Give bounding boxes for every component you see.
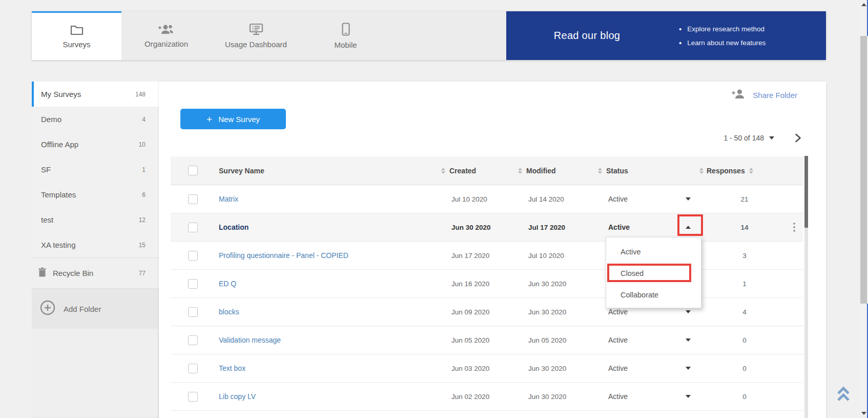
- sidebar-item-recycle-bin[interactable]: Recycle Bin 77: [32, 258, 159, 288]
- status-dropdown-button[interactable]: [673, 310, 704, 313]
- add-people-icon: [158, 24, 175, 35]
- column-header-responses[interactable]: Responses: [673, 167, 786, 175]
- bullet-icon: •: [679, 22, 681, 36]
- sidebar-item-my-surveys[interactable]: My Surveys 148: [32, 82, 159, 107]
- folder-count: 15: [139, 242, 146, 249]
- banner-title[interactable]: Read our blog: [506, 30, 668, 42]
- select-all-checkbox[interactable]: [188, 166, 198, 175]
- scroll-to-top-button[interactable]: [836, 386, 851, 404]
- created-cell: Jun 02 2020: [451, 393, 528, 401]
- row-checkbox[interactable]: [188, 279, 198, 289]
- sort-icon[interactable]: [749, 168, 753, 174]
- sidebar-item-templates[interactable]: Templates 6: [32, 182, 159, 207]
- banner-bullet-item: • Learn about new features: [679, 36, 766, 50]
- status-dropdown-button[interactable]: [673, 367, 704, 370]
- row-checkbox[interactable]: [188, 364, 198, 373]
- status-dropdown-button[interactable]: [673, 395, 704, 398]
- new-survey-button[interactable]: + New Survey: [180, 109, 286, 129]
- folder-label: Demo: [41, 115, 61, 124]
- folder-label: SF: [41, 165, 51, 174]
- tab-label: Mobile: [334, 41, 357, 49]
- row-checkbox[interactable]: [188, 392, 198, 402]
- row-checkbox[interactable]: [188, 194, 198, 204]
- folder-icon: [70, 24, 84, 35]
- survey-name-link[interactable]: Lib copy LV: [201, 392, 451, 401]
- status-dropdown-button[interactable]: [673, 339, 704, 342]
- survey-name-link[interactable]: ED Q: [201, 280, 451, 288]
- sort-icon[interactable]: [699, 168, 704, 174]
- modified-cell: Jun 30 2020: [528, 365, 608, 372]
- tab-organization[interactable]: Organization: [121, 11, 211, 60]
- banner-bullet-text: Explore research method: [687, 22, 764, 36]
- sort-icon[interactable]: [518, 168, 522, 174]
- status-cell: Active: [608, 336, 673, 344]
- survey-name-link[interactable]: Text box: [201, 364, 451, 372]
- menu-item-closed[interactable]: Closed: [606, 263, 701, 284]
- sort-icon[interactable]: [598, 168, 602, 174]
- row-menu-button[interactable]: [786, 223, 803, 232]
- survey-name-link[interactable]: Validation message: [201, 336, 451, 344]
- status-dropdown-button[interactable]: [673, 197, 704, 201]
- survey-name-link[interactable]: Location: [201, 223, 451, 231]
- folder-count: 1: [142, 166, 146, 173]
- survey-name-link[interactable]: Profiling questionnaire - Panel - COPIED: [201, 251, 451, 260]
- modified-cell: Jul 10 2020: [528, 252, 608, 260]
- main-tabs: Surveys Organization: [32, 11, 390, 60]
- status-dropdown-menu: Active Closed Collaborate: [606, 237, 701, 308]
- folder-count: 4: [142, 116, 146, 123]
- chevron-down-icon: [686, 395, 691, 398]
- sidebar-item-sf[interactable]: SF 1: [32, 157, 159, 182]
- row-checkbox[interactable]: [188, 307, 198, 317]
- tab-label: Surveys: [63, 40, 90, 49]
- survey-name-link[interactable]: Matrix: [201, 195, 451, 203]
- survey-name-link[interactable]: blocks: [201, 308, 451, 316]
- sidebar-item-demo[interactable]: Demo 4: [32, 107, 159, 132]
- row-checkbox[interactable]: [188, 251, 198, 261]
- table-row: Lib copy LV Jun 02 2020 Jun 30 2020 Acti…: [171, 383, 803, 411]
- responses-cell: 14: [704, 224, 786, 231]
- created-cell: Jun 30 2020: [451, 224, 528, 231]
- folder-count: 10: [139, 141, 146, 148]
- share-folder-button[interactable]: Share Folder: [732, 89, 797, 101]
- folder-label: Templates: [41, 190, 76, 199]
- column-header-created[interactable]: Created: [451, 167, 528, 175]
- tab-surveys[interactable]: Surveys: [32, 11, 121, 60]
- folder-label: test: [41, 215, 53, 224]
- chevron-down-icon: [686, 197, 691, 201]
- status-cell: Active: [608, 308, 673, 316]
- created-cell: Jun 16 2020: [451, 280, 528, 288]
- chevron-down-icon: [686, 310, 691, 313]
- status-dropdown-button-open[interactable]: [673, 226, 704, 229]
- table-scrollbar-thumb[interactable]: [804, 156, 808, 228]
- sidebar-item-test[interactable]: test 12: [32, 207, 159, 232]
- next-page-button[interactable]: [795, 133, 801, 143]
- sort-icon[interactable]: [441, 168, 445, 174]
- row-checkbox[interactable]: [188, 335, 198, 345]
- tab-mobile[interactable]: Mobile: [301, 11, 390, 60]
- chevron-up-icon: [686, 226, 691, 229]
- add-person-icon: [732, 89, 746, 101]
- modified-cell: Jul 14 2020: [528, 195, 608, 203]
- column-header-survey-name[interactable]: Survey Name: [201, 167, 451, 175]
- row-checkbox[interactable]: [188, 223, 198, 232]
- banner-bullet-text: Learn about new features: [687, 36, 766, 50]
- table-row: Validation message Jun 05 2020 Jun 05 20…: [171, 326, 803, 354]
- blog-banner[interactable]: Read our blog • Explore research method …: [506, 11, 826, 60]
- tab-label: Organization: [144, 39, 188, 48]
- sidebar-item-offline-app[interactable]: Offline App 10: [32, 132, 159, 157]
- table-row: Matrix Jul 10 2020 Jul 14 2020 Active 21: [171, 185, 803, 213]
- sidebar-item-xa-testing[interactable]: XA testing 15: [32, 232, 159, 257]
- column-header-label: Modified: [526, 167, 556, 175]
- browser-scrollbar-thumb[interactable]: [860, 36, 867, 304]
- menu-item-active[interactable]: Active: [606, 241, 701, 263]
- chevron-down-icon: [686, 367, 691, 370]
- folder-count: 77: [139, 270, 146, 277]
- pagination-controls: 1 - 50 of 148: [724, 133, 801, 143]
- menu-item-collaborate[interactable]: Collaborate: [606, 284, 701, 306]
- page-range-dropdown[interactable]: 1 - 50 of 148: [724, 134, 774, 142]
- banner-bullet-list: • Explore research method • Learn about …: [679, 22, 766, 50]
- column-header-modified[interactable]: Modified: [528, 167, 608, 175]
- add-folder-button[interactable]: Add Folder: [32, 289, 159, 329]
- column-header-status[interactable]: Status: [608, 167, 673, 175]
- tab-usage-dashboard[interactable]: Usage Dashboard: [211, 11, 301, 60]
